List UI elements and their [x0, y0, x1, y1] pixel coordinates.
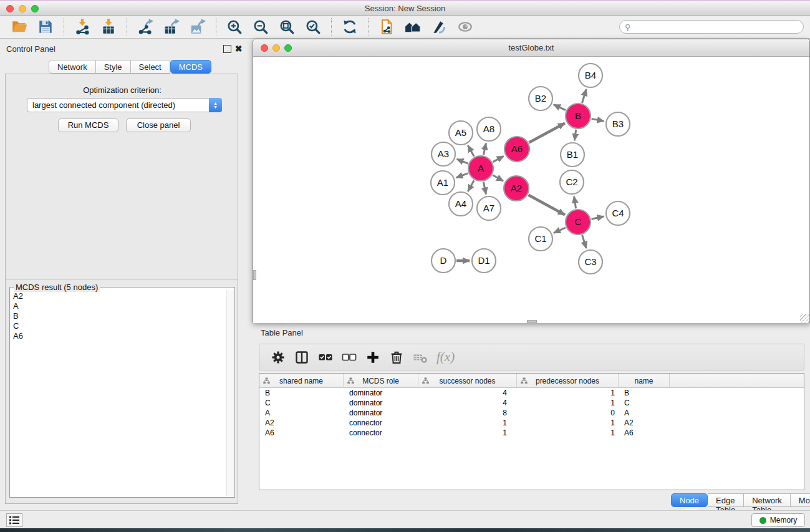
graph-edge-C-C3[interactable]: [582, 235, 587, 248]
table-cell[interactable]: A2: [259, 418, 344, 428]
tab-motifs[interactable]: Motifs: [791, 493, 810, 507]
graph-edge-C-C2[interactable]: [574, 196, 576, 209]
column-header-successor-nodes[interactable]: successor nodes: [418, 374, 517, 388]
table-cell[interactable]: 0: [517, 408, 619, 418]
table-cell[interactable]: C: [619, 398, 670, 408]
network-minimize-button[interactable]: [272, 44, 280, 52]
graph-edge-A-A2[interactable]: [493, 175, 503, 181]
close-panel-icon[interactable]: ✖: [234, 45, 243, 53]
run-mcds-button[interactable]: Run MCDS: [58, 118, 118, 132]
zoom-fit-icon[interactable]: [277, 17, 296, 36]
tab-network-table[interactable]: Network Table: [744, 493, 791, 507]
tab-node-table[interactable]: Node Table: [671, 493, 708, 507]
export-network-icon[interactable]: [136, 17, 155, 36]
tab-network[interactable]: Network: [49, 60, 96, 74]
close-panel-button[interactable]: Close panel: [126, 118, 191, 132]
table-row[interactable]: Bdominator41B: [259, 388, 804, 398]
import-network-icon[interactable]: [73, 17, 92, 36]
graph-edge-A-A3[interactable]: [457, 159, 468, 163]
network-canvas[interactable]: AA1A2A3A4A5A6A7A8BB1B2B3B4CC1C2C3C4DD1: [253, 57, 809, 323]
float-panel-icon[interactable]: [223, 45, 231, 53]
table-cell[interactable]: 1: [517, 418, 619, 428]
show-column-icon[interactable]: [292, 347, 312, 367]
column-header-MCDS-role[interactable]: MCDS role: [344, 374, 418, 388]
tab-mcds[interactable]: MCDS: [170, 60, 211, 74]
table-cell[interactable]: connector: [344, 418, 418, 428]
mcds-result-item[interactable]: C: [11, 321, 226, 331]
table-cell[interactable]: 1: [418, 428, 517, 438]
export-image-icon[interactable]: [188, 17, 207, 36]
graph-edge-A6-B[interactable]: [529, 123, 565, 142]
graph-edge-A-A7[interactable]: [483, 182, 486, 195]
graph-edge-A-A6[interactable]: [493, 156, 503, 162]
table-cell[interactable]: 1: [517, 398, 619, 408]
create-column-icon[interactable]: [363, 347, 383, 367]
table-cell[interactable]: A: [619, 408, 670, 418]
table-row[interactable]: Cdominator41C: [259, 398, 804, 408]
tab-select[interactable]: Select: [131, 60, 170, 74]
tab-style[interactable]: Style: [96, 60, 131, 74]
zoom-out-icon[interactable]: [251, 17, 270, 36]
column-header-shared-name[interactable]: shared name: [259, 374, 344, 388]
canvas-left-grip[interactable]: [253, 270, 256, 280]
network-zoom-button[interactable]: [284, 44, 292, 52]
graph-edge-B-B1[interactable]: [574, 130, 576, 140]
table-cell[interactable]: dominator: [344, 398, 418, 408]
show-hide-icon[interactable]: [456, 17, 475, 36]
mcds-result-item[interactable]: A: [11, 301, 226, 311]
graph-edge-B-B4[interactable]: [582, 89, 587, 103]
table-cell[interactable]: 8: [418, 408, 517, 418]
criterion-dropdown[interactable]: largest connected component (directed) ▲…: [27, 98, 222, 112]
graph-edge-A-A5[interactable]: [468, 145, 474, 157]
column-header-name[interactable]: name: [619, 374, 670, 388]
graph-edge-A2-C[interactable]: [528, 195, 565, 215]
minimize-window-button[interactable]: [19, 5, 26, 12]
network-close-button[interactable]: [261, 44, 268, 52]
table-cell[interactable]: dominator: [344, 408, 418, 418]
mcds-result-item[interactable]: B: [11, 311, 226, 321]
table-cell[interactable]: A: [259, 408, 344, 418]
table-cell[interactable]: A6: [259, 428, 344, 438]
table-row[interactable]: Adominator80A: [259, 408, 804, 418]
delete-column-trash-icon[interactable]: [387, 347, 407, 367]
window-resize-grip[interactable]: [800, 314, 809, 323]
zoom-selected-icon[interactable]: [304, 17, 322, 36]
graph-edge-B-B2[interactable]: [554, 105, 566, 110]
table-cell[interactable]: connector: [344, 428, 418, 438]
save-session-icon[interactable]: [36, 17, 55, 36]
new-network-from-selection-icon[interactable]: [377, 17, 396, 36]
select-all-columns-icon[interactable]: [316, 347, 335, 367]
import-table-icon[interactable]: [99, 17, 118, 36]
zoom-window-button[interactable]: [31, 5, 39, 12]
tab-edge-table[interactable]: Edge Table: [708, 493, 744, 507]
graph-edge-A-A1[interactable]: [456, 173, 468, 178]
table-row[interactable]: A6connector11A6: [259, 428, 804, 438]
export-table-icon[interactable]: [162, 17, 181, 36]
graph-edge-B-B3[interactable]: [592, 118, 604, 121]
task-history-button[interactable]: [6, 513, 22, 527]
table-options-gear-icon[interactable]: [268, 347, 288, 367]
column-header-predecessor-nodes[interactable]: predecessor nodes: [517, 374, 619, 388]
table-cell[interactable]: dominator: [344, 388, 418, 398]
first-neighbors-icon[interactable]: [403, 17, 422, 36]
result-scrollbar[interactable]: [226, 290, 234, 496]
table-cell[interactable]: C: [259, 398, 344, 408]
table-cell[interactable]: 1: [418, 418, 517, 428]
graphics-details-icon[interactable]: [430, 17, 448, 36]
mcds-result-item[interactable]: A2: [11, 291, 226, 301]
graph-edge-C-C4[interactable]: [592, 216, 604, 219]
table-cell[interactable]: A2: [619, 418, 670, 428]
graph-edge-C-C1[interactable]: [554, 228, 566, 233]
network-window-titlebar[interactable]: testGlobe.txt: [253, 39, 809, 57]
graph-edge-A-A4[interactable]: [468, 180, 474, 191]
close-window-button[interactable]: [6, 5, 14, 12]
table-row[interactable]: A2connector11A2: [259, 418, 804, 428]
refresh-icon[interactable]: [340, 17, 359, 36]
zoom-in-icon[interactable]: [225, 17, 244, 36]
table-cell[interactable]: A6: [619, 428, 670, 438]
table-cell[interactable]: B: [259, 388, 344, 398]
search-input[interactable]: [634, 22, 798, 31]
graph-edge-A-A8[interactable]: [483, 143, 486, 155]
open-session-icon[interactable]: [10, 17, 29, 36]
table-cell[interactable]: 4: [418, 388, 517, 398]
